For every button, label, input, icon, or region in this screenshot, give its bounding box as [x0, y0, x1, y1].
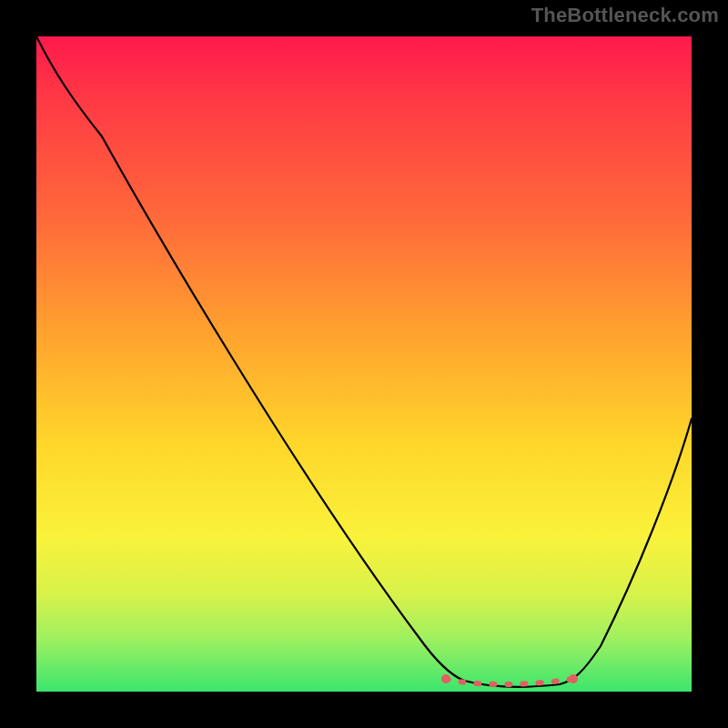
curve-svg: [36, 36, 692, 692]
highlight-segment: [446, 679, 573, 684]
bottleneck-curve: [36, 36, 692, 687]
watermark-text: TheBottleneck.com: [531, 4, 719, 27]
plot-area: [36, 36, 692, 692]
chart-frame: TheBottleneck.com: [0, 0, 728, 728]
highlight-end-dot: [569, 674, 578, 683]
highlight-start-dot: [441, 674, 450, 683]
